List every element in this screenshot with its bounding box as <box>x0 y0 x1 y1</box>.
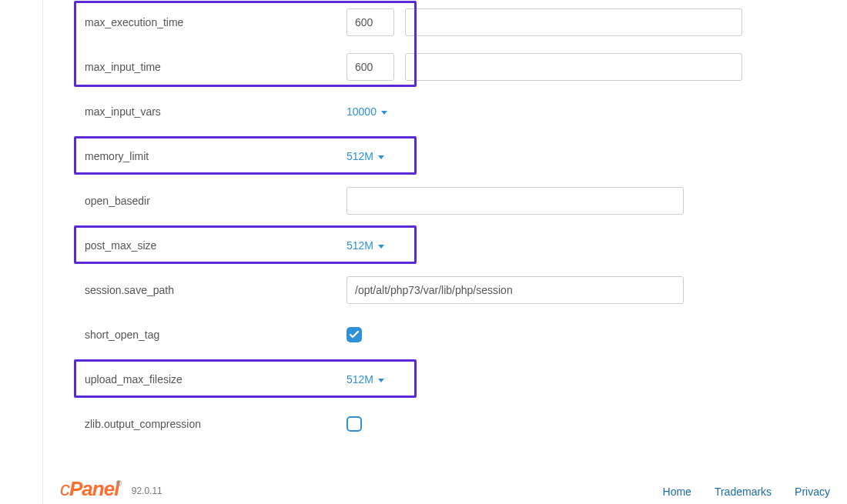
label-max-input-vars: max_input_vars <box>74 105 346 118</box>
input-max-execution-time-extra[interactable] <box>405 8 742 36</box>
label-max-input-time: max_input_time <box>74 61 346 73</box>
dropdown-memory-limit[interactable]: 512M <box>346 150 384 162</box>
label-zlib-output-compression: zlib.output_compression <box>74 418 346 430</box>
dropdown-value-post-max-size: 512M <box>346 239 373 252</box>
footer: cPanel® 92.0.11 Home Trademarks Privacy <box>43 476 847 499</box>
input-max-execution-time[interactable] <box>346 8 394 36</box>
input-open-basedir[interactable] <box>346 187 684 215</box>
row-short-open-tag: short_open_tag <box>74 312 816 357</box>
row-post-max-size: post_max_size 512M <box>74 223 816 268</box>
caret-down-icon <box>381 111 387 115</box>
version-text: 92.0.11 <box>132 486 162 499</box>
check-icon <box>350 331 359 339</box>
sidebar-placeholder <box>0 0 43 504</box>
dropdown-upload-max-filesize[interactable]: 512M <box>346 373 384 386</box>
checkbox-zlib-output-compression[interactable] <box>346 416 362 432</box>
footer-link-home[interactable]: Home <box>663 486 691 498</box>
caret-down-icon <box>378 245 384 249</box>
footer-link-trademarks[interactable]: Trademarks <box>715 486 772 498</box>
php-options-panel: max_execution_time max_input_time max_in… <box>43 0 847 446</box>
label-short-open-tag: short_open_tag <box>74 329 346 341</box>
row-memory-limit: memory_limit 512M <box>74 134 816 179</box>
checkbox-short-open-tag[interactable] <box>346 327 362 342</box>
caret-down-icon <box>378 379 384 382</box>
row-session-save-path: session.save_path <box>74 268 816 312</box>
input-session-save-path[interactable] <box>346 276 684 304</box>
row-upload-max-filesize: upload_max_filesize 512M <box>74 357 816 402</box>
caret-down-icon <box>378 155 384 159</box>
label-session-save-path: session.save_path <box>74 284 346 296</box>
row-max-execution-time: max_execution_time <box>74 0 816 45</box>
dropdown-value-upload-max-filesize: 512M <box>346 373 373 386</box>
row-zlib-output-compression: zlib.output_compression <box>74 402 816 446</box>
input-max-input-time[interactable] <box>346 53 394 81</box>
label-max-execution-time: max_execution_time <box>74 16 346 28</box>
dropdown-value-max-input-vars: 10000 <box>346 105 377 118</box>
row-max-input-time: max_input_time <box>74 45 816 89</box>
dropdown-value-memory-limit: 512M <box>346 150 373 162</box>
input-max-input-time-extra[interactable] <box>405 53 742 81</box>
label-upload-max-filesize: upload_max_filesize <box>74 373 346 386</box>
row-max-input-vars: max_input_vars 10000 <box>74 89 816 134</box>
registered-icon: ® <box>116 479 120 488</box>
cpanel-logo: cPanel® <box>60 477 124 501</box>
dropdown-max-input-vars[interactable]: 10000 <box>346 105 387 118</box>
label-post-max-size: post_max_size <box>74 239 346 252</box>
label-open-basedir: open_basedir <box>74 195 346 207</box>
footer-links: Home Trademarks Privacy <box>663 486 830 499</box>
footer-link-privacy[interactable]: Privacy <box>795 486 830 498</box>
brand: cPanel® 92.0.11 <box>60 476 162 499</box>
dropdown-post-max-size[interactable]: 512M <box>346 239 384 252</box>
row-open-basedir: open_basedir <box>74 179 816 223</box>
label-memory-limit: memory_limit <box>74 150 346 162</box>
